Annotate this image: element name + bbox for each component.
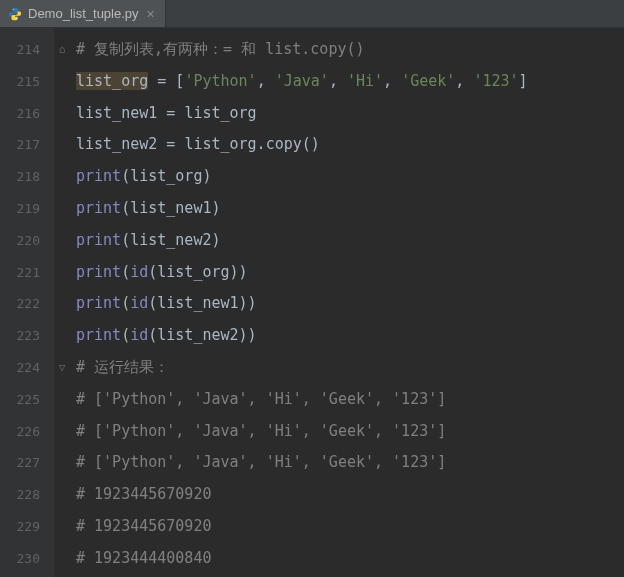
code-token: print bbox=[76, 263, 121, 281]
code-line[interactable]: # 1923444400840 bbox=[76, 543, 624, 575]
code-token: '123' bbox=[473, 72, 518, 90]
line-number: 221 bbox=[0, 257, 54, 289]
code-token: ) bbox=[202, 167, 211, 185]
code-token: ( bbox=[148, 294, 157, 312]
code-token: print bbox=[76, 231, 121, 249]
line-number: 215 bbox=[0, 66, 54, 98]
line-number: 230 bbox=[0, 543, 54, 575]
svg-point-0 bbox=[13, 8, 14, 9]
code-token: # 1923445670920 bbox=[76, 517, 211, 535]
svg-point-1 bbox=[16, 18, 17, 19]
code-token: 'Python' bbox=[184, 72, 256, 90]
code-token: list_org.copy() bbox=[184, 135, 319, 153]
code-line[interactable]: # 运行结果： bbox=[76, 352, 624, 384]
code-token: id bbox=[130, 294, 148, 312]
code-token: ) bbox=[211, 199, 220, 217]
code-line[interactable]: print(id(list_org)) bbox=[76, 257, 624, 289]
code-line[interactable]: # 1923445670920 bbox=[76, 511, 624, 543]
line-number: 225 bbox=[0, 384, 54, 416]
line-number-gutter: 2142152162172182192202212222232242252262… bbox=[0, 28, 54, 577]
code-token: , bbox=[455, 72, 473, 90]
line-number: 214 bbox=[0, 34, 54, 66]
code-token: ( bbox=[148, 326, 157, 344]
code-token: list_new1 bbox=[130, 199, 211, 217]
code-line[interactable]: list_new2 = list_org.copy() bbox=[76, 129, 624, 161]
code-token: 'Java' bbox=[275, 72, 329, 90]
line-number: 228 bbox=[0, 479, 54, 511]
code-token: id bbox=[130, 263, 148, 281]
line-number: 224 bbox=[0, 352, 54, 384]
code-token: ( bbox=[121, 199, 130, 217]
code-token: ( bbox=[121, 294, 130, 312]
line-number: 227 bbox=[0, 447, 54, 479]
code-token: )) bbox=[239, 294, 257, 312]
code-token: # 1923445670920 bbox=[76, 485, 211, 503]
code-token: = [ bbox=[148, 72, 184, 90]
code-token: , bbox=[329, 72, 347, 90]
close-icon[interactable]: × bbox=[145, 6, 157, 22]
code-line[interactable]: # ['Python', 'Java', 'Hi', 'Geek', '123'… bbox=[76, 447, 624, 479]
tab-filename: Demo_list_tuple.py bbox=[28, 6, 139, 21]
code-token: ( bbox=[121, 167, 130, 185]
code-token: 'Hi' bbox=[347, 72, 383, 90]
code-line[interactable]: list_new1 = list_org bbox=[76, 98, 624, 130]
code-token: ( bbox=[121, 231, 130, 249]
line-number: 219 bbox=[0, 193, 54, 225]
code-token: list_new2 bbox=[157, 326, 238, 344]
line-number: 216 bbox=[0, 98, 54, 130]
code-line[interactable]: # 复制列表,有两种：= 和 list.copy() bbox=[76, 34, 624, 66]
code-line[interactable]: print(id(list_new2)) bbox=[76, 320, 624, 352]
code-token: = bbox=[166, 135, 184, 153]
fold-marker[interactable]: ▽ bbox=[56, 361, 68, 373]
code-token: list_new1 bbox=[157, 294, 238, 312]
code-token: list_org bbox=[184, 104, 256, 122]
line-number: 217 bbox=[0, 129, 54, 161]
code-token: print bbox=[76, 167, 121, 185]
line-number: 229 bbox=[0, 511, 54, 543]
code-token: , bbox=[383, 72, 401, 90]
code-token: # ['Python', 'Java', 'Hi', 'Geek', '123'… bbox=[76, 390, 446, 408]
code-token: # 复制列表,有两种：= 和 list.copy() bbox=[76, 40, 365, 58]
code-token: list_new1 bbox=[76, 104, 166, 122]
code-line[interactable]: print(id(list_new1)) bbox=[76, 288, 624, 320]
file-tab[interactable]: Demo_list_tuple.py × bbox=[0, 0, 166, 27]
code-token: print bbox=[76, 199, 121, 217]
line-number: 223 bbox=[0, 320, 54, 352]
editor: 2142152162172182192202212222232242252262… bbox=[0, 28, 624, 577]
code-area[interactable]: # 复制列表,有两种：= 和 list.copy()list_org = ['P… bbox=[72, 28, 624, 577]
python-file-icon bbox=[8, 7, 22, 21]
code-token: ) bbox=[211, 231, 220, 249]
code-line[interactable]: # ['Python', 'Java', 'Hi', 'Geek', '123'… bbox=[76, 416, 624, 448]
code-token: , bbox=[257, 72, 275, 90]
code-token: )) bbox=[239, 326, 257, 344]
code-line[interactable]: print(list_org) bbox=[76, 161, 624, 193]
code-token: ] bbox=[519, 72, 528, 90]
line-number: 222 bbox=[0, 288, 54, 320]
code-token: list_new2 bbox=[130, 231, 211, 249]
line-number: 220 bbox=[0, 225, 54, 257]
code-token: )) bbox=[230, 263, 248, 281]
fold-marker[interactable]: ⌂ bbox=[56, 43, 68, 55]
fold-gutter: ⌂▽ bbox=[54, 28, 72, 577]
code-line[interactable]: print(list_new2) bbox=[76, 225, 624, 257]
code-token: = bbox=[166, 104, 184, 122]
code-token: # 运行结果： bbox=[76, 358, 169, 376]
code-token: # 1923444400840 bbox=[76, 549, 211, 567]
code-line[interactable]: # 1923445670920 bbox=[76, 479, 624, 511]
tab-bar: Demo_list_tuple.py × bbox=[0, 0, 624, 28]
code-token: ( bbox=[121, 263, 130, 281]
line-number: 218 bbox=[0, 161, 54, 193]
code-line[interactable]: list_org = ['Python', 'Java', 'Hi', 'Gee… bbox=[76, 66, 624, 98]
code-token: print bbox=[76, 294, 121, 312]
code-line[interactable]: # ['Python', 'Java', 'Hi', 'Geek', '123'… bbox=[76, 384, 624, 416]
line-number: 226 bbox=[0, 416, 54, 448]
code-line[interactable]: print(list_new1) bbox=[76, 193, 624, 225]
code-token: list_org bbox=[157, 263, 229, 281]
code-token: ( bbox=[121, 326, 130, 344]
code-token: 'Geek' bbox=[401, 72, 455, 90]
code-token: # ['Python', 'Java', 'Hi', 'Geek', '123'… bbox=[76, 453, 446, 471]
code-token: list_new2 bbox=[76, 135, 166, 153]
code-token: print bbox=[76, 326, 121, 344]
code-token: # ['Python', 'Java', 'Hi', 'Geek', '123'… bbox=[76, 422, 446, 440]
code-token: ( bbox=[148, 263, 157, 281]
